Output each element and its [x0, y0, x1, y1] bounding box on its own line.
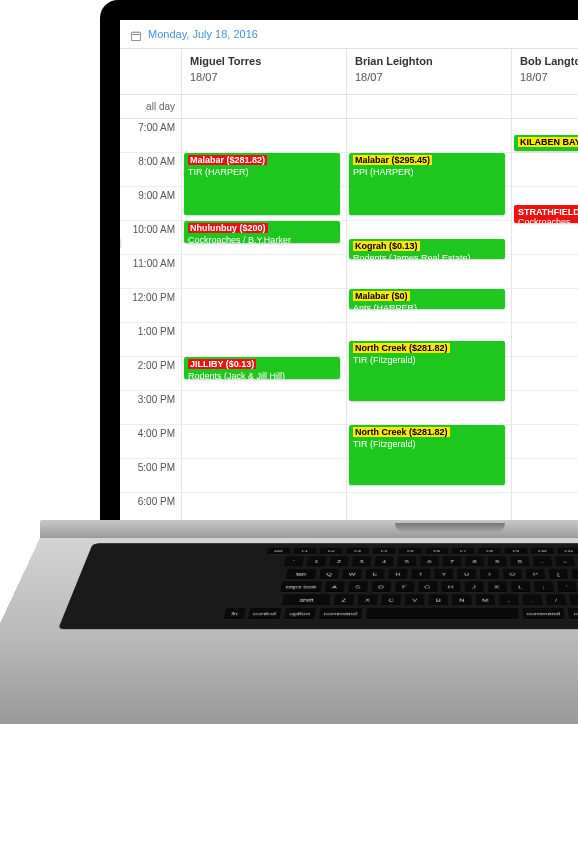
- keyboard-key: -: [533, 556, 553, 566]
- keyboard-key: F11: [557, 548, 578, 555]
- keyboard-key: O: [503, 569, 522, 579]
- keyboard-key: 3: [352, 556, 371, 566]
- keyboard-key: F9: [505, 548, 528, 555]
- hour-cell[interactable]: [182, 493, 346, 520]
- keyboard-key: J: [464, 581, 483, 592]
- resource-columns: Miguel Torres18/07Malabar ($281.82)TIR (…: [182, 49, 578, 520]
- keyboard-key: 6: [420, 556, 439, 566]
- hour-cell[interactable]: [347, 493, 511, 520]
- resource-date: 18/07: [355, 71, 503, 83]
- time-slot-label: 3:00 PM: [120, 391, 181, 425]
- keyboard-key: F8: [478, 548, 501, 555]
- calendar-event[interactable]: Kograh ($0.13)Rodents (James Real Estate…: [349, 239, 505, 259]
- keyboard-key: T: [411, 569, 430, 579]
- keyboard-key: L: [510, 581, 530, 592]
- allday-label: all day: [120, 101, 181, 112]
- keyboard-key: command: [319, 608, 362, 619]
- keyboard-deck: escF1F2F3F4F5F6F7F8F9F10F11F12⏏`12345678…: [0, 538, 578, 724]
- event-title: Kograh ($0.13): [353, 241, 420, 251]
- keyboard-key: 9: [488, 556, 507, 566]
- hour-cell[interactable]: [512, 289, 578, 323]
- time-slot-label: 1:00 PM: [120, 323, 181, 357]
- keyboard-key: control: [248, 608, 282, 619]
- hour-cell[interactable]: [512, 357, 578, 391]
- event-subtitle: PPI (HARPER): [353, 167, 501, 177]
- keyboard-key: F10: [531, 548, 554, 555]
- time-slot-label: 5:00 PM: [120, 459, 181, 493]
- hour-cell[interactable]: [512, 425, 578, 459]
- hour-cell[interactable]: [182, 323, 346, 357]
- hour-cell[interactable]: [347, 255, 511, 289]
- event-title: STRATHFIELD: [518, 207, 578, 217]
- keyboard-key: =: [555, 556, 575, 566]
- calendar-event[interactable]: North Creek ($281.82)TIR (Fitzgerald): [349, 425, 505, 485]
- keyboard-key: Q: [319, 569, 339, 579]
- keyboard-key: shift: [569, 594, 578, 605]
- hour-cell[interactable]: [512, 391, 578, 425]
- hour-cell[interactable]: [347, 119, 511, 153]
- hour-cell[interactable]: [182, 459, 346, 493]
- resource-header[interactable]: Bob Langton18/07: [512, 49, 578, 95]
- calendar-event[interactable]: Malabar ($295.45)PPI (HARPER): [349, 153, 505, 215]
- allday-cell[interactable]: [182, 95, 346, 119]
- hour-cell[interactable]: [512, 153, 578, 187]
- event-subtitle: Cockroaches / B.Y.Harker: [188, 235, 336, 243]
- keyboard-key: A: [324, 581, 344, 592]
- keyboard-key: [: [548, 569, 568, 579]
- keyboard-key: F5: [399, 548, 422, 555]
- event-title: North Creek ($281.82): [353, 427, 450, 437]
- keyboard-key: F2: [320, 548, 343, 555]
- calendar-event[interactable]: Malabar ($0)Ants (HARPER): [349, 289, 505, 309]
- hour-cell[interactable]: [182, 425, 346, 459]
- resource-header[interactable]: Brian Leighton18/07: [347, 49, 511, 95]
- keyboard-key: 1: [306, 556, 326, 566]
- hour-cell[interactable]: [512, 255, 578, 289]
- time-column-header: [120, 49, 181, 95]
- hour-cell[interactable]: [512, 493, 578, 520]
- resource-column: Brian Leighton18/07Malabar ($295.45)PPI …: [347, 49, 512, 520]
- hour-cell[interactable]: [182, 289, 346, 323]
- hour-cell[interactable]: [512, 459, 578, 493]
- keyboard-key: option: [284, 608, 316, 619]
- keyboard-key: Z: [334, 594, 355, 605]
- event-subtitle: TIR (Fitzgerald): [353, 355, 501, 365]
- keyboard-key: 8: [465, 556, 484, 566]
- calendar-event[interactable]: North Creek ($281.82)TIR (Fitzgerald): [349, 341, 505, 401]
- keyboard-key: [365, 608, 518, 619]
- calendar-event[interactable]: Malabar ($281.82)TIR (HARPER): [184, 153, 340, 215]
- calendar-event[interactable]: KILABEN BAY ($0): [514, 135, 578, 151]
- calendar-date-label[interactable]: Monday, July 18, 2016: [148, 28, 258, 40]
- keyboard-key: E: [365, 569, 385, 579]
- calendar-event[interactable]: STRATHFIELDCockroaches: [514, 205, 578, 223]
- allday-cell[interactable]: [512, 95, 578, 119]
- allday-cell[interactable]: [347, 95, 511, 119]
- calendar-event[interactable]: JILLIBY ($0.13)Rodents (Jack & Jill Hill…: [184, 357, 340, 379]
- keyboard-key: C: [381, 594, 401, 605]
- hour-cell[interactable]: [182, 119, 346, 153]
- hour-cell[interactable]: [182, 255, 346, 289]
- keyboard-key: esc: [267, 548, 291, 555]
- time-slot-label: 8:00 AM: [120, 153, 181, 187]
- hour-cell[interactable]: [182, 391, 346, 425]
- event-title: JILLIBY ($0.13): [188, 359, 256, 369]
- drag-handle-icon[interactable]: ≡≡: [120, 238, 122, 248]
- event-subtitle: Cockroaches: [518, 217, 578, 223]
- keyboard: escF1F2F3F4F5F6F7F8F9F10F11F12⏏`12345678…: [58, 543, 578, 629]
- time-slot-label: 10:00 AM: [120, 221, 181, 255]
- keyboard-key: R: [388, 569, 407, 579]
- resource-header[interactable]: Miguel Torres18/07: [182, 49, 346, 95]
- hour-cell[interactable]: [512, 221, 578, 255]
- event-title: Malabar ($281.82): [188, 155, 267, 165]
- keyboard-key: command: [522, 608, 565, 619]
- resource-column: Miguel Torres18/07Malabar ($281.82)TIR (…: [182, 49, 347, 520]
- calendar-event[interactable]: Nhulunbuy ($200)Cockroaches / B.Y.Harker: [184, 221, 340, 243]
- resource-date: 18/07: [190, 71, 338, 83]
- calendar-grid: all day 7:00 AM8:00 AM9:00 AM10:00 AM11:…: [120, 49, 578, 520]
- keyboard-key: 5: [397, 556, 416, 566]
- keyboard-key: fn: [224, 608, 246, 619]
- calendar-header: Monday, July 18, 2016: [120, 20, 578, 49]
- keyboard-key: 4: [375, 556, 394, 566]
- hour-cell[interactable]: [512, 323, 578, 357]
- keyboard-key: tab: [286, 569, 317, 579]
- event-title: KILABEN BAY ($0): [518, 137, 578, 147]
